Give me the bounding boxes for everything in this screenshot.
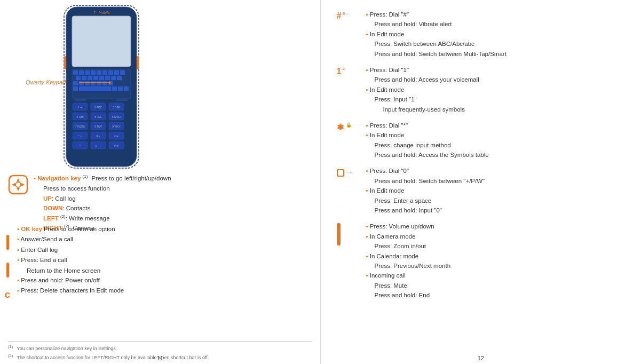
star-key-content: Press: Dial "*" In Edit mode Press: chan… [366, 121, 631, 160]
svg-text:# ⊕: # ⊕ [114, 134, 118, 138]
svg-text:9 WXY: 9 WXY [112, 125, 121, 128]
hash-key-list: Press: Dial "#" Press and hold: Vibrate … [366, 10, 631, 59]
svg-rect-57 [120, 70, 125, 75]
phone-illustration: T · Mobile [43, 3, 160, 173]
svg-marker-80 [17, 188, 20, 191]
one-sub-icons: ≋ [342, 67, 346, 72]
volume-section: Press: Volume up/down In Camera mode Pre… [337, 221, 631, 300]
zero-item-2: Press and hold: Switch between "+/P/W" [366, 176, 631, 186]
svg-rect-44 [64, 56, 66, 69]
hash-item-3: In Edit mode [366, 29, 631, 39]
end-call-icon [6, 263, 9, 278]
power-item: Press and hold: Power on/off [17, 275, 315, 285]
svg-marker-81 [12, 183, 15, 186]
page-right: # ⊕○ Press: Dial "#" Press and hold: Vib… [321, 0, 642, 364]
qwerty-arrow [79, 82, 111, 83]
hash-symbol: # [337, 11, 342, 21]
svg-marker-79 [17, 178, 20, 181]
return-home-item: Return to the Home screen [17, 266, 315, 275]
svg-rect-55 [108, 70, 113, 75]
one-item-3: In Edit mode [366, 85, 631, 94]
zero-item-1: Press: Dial "0" [366, 166, 631, 176]
star-item-4: Press and hold: Access the Symbols table [366, 150, 631, 160]
hash-sub-icons: ⊕○ [342, 11, 349, 16]
hash-item-5: Press and hold: Switch between Multi-Tap… [366, 49, 631, 59]
star-sub-icon: 🔒 [346, 122, 352, 128]
zero-symbol [337, 169, 344, 177]
zero-item-3: In Edit mode [366, 186, 631, 195]
page-number-right: 12 [478, 355, 484, 361]
star-item-2: In Edit mode [366, 130, 631, 140]
svg-text:# ⊕: # ⊕ [114, 144, 118, 147]
svg-rect-60 [88, 76, 92, 80]
nav-key-item-1: Press to access function [34, 184, 171, 193]
bottom-bullets-list: OK key Press to confirm an option Answer… [17, 224, 315, 296]
svg-rect-77 [124, 86, 129, 91]
one-symbol: 1 [337, 67, 342, 76]
nav-key-item-2: UP: Call log [34, 194, 171, 203]
zero-item-4: Press: Enter a space [366, 196, 631, 205]
svg-text:4 GHI: 4 GHI [76, 115, 83, 118]
svg-rect-59 [82, 76, 86, 80]
vol-item-1: Press: Volume up/down [366, 221, 631, 231]
one-key-icon: 1 ≋ [337, 65, 366, 76]
svg-text:* ⌂: * ⌂ [78, 134, 82, 138]
svg-marker-82 [21, 183, 25, 186]
svg-rect-56 [114, 70, 119, 75]
qwerty-keypad-label: Qwerty Keypad [26, 79, 66, 85]
nav-key-item-3: DOWN: Contacts [34, 203, 171, 213]
star-item-1: Press: Dial "*" [366, 121, 631, 130]
one-item-4: Press: Input "1" [366, 94, 631, 104]
volume-content: Press: Volume up/down In Camera mode Pre… [366, 221, 631, 300]
star-key-icon: ✱ 🔒 [337, 121, 366, 132]
volume-bar [337, 223, 341, 246]
volume-list: Press: Volume up/down In Camera mode Pre… [366, 221, 631, 300]
svg-rect-58 [76, 76, 81, 80]
ok-key-item: OK key Press to confirm an option [17, 224, 315, 234]
star-symbol: ✱ [337, 122, 344, 132]
svg-rect-52 [91, 70, 96, 75]
svg-text:1 ✦: 1 ✦ [78, 106, 82, 109]
zero-item-5: Press and hold: Input "0" [366, 205, 631, 215]
bottom-bullets-section: OK key Press to confirm an option Answer… [17, 224, 315, 296]
zero-key-list: Press: Dial "0" Press and hold: Switch b… [366, 166, 631, 215]
one-key-section: 1 ≋ Press: Dial "1" Press and hold: Acce… [337, 65, 631, 114]
svg-text:□ −+: □ −+ [96, 144, 101, 147]
svg-rect-66 [73, 81, 78, 85]
zero-key-content: Press: Dial "0" Press and hold: Switch b… [366, 166, 631, 215]
svg-text:*: * [80, 144, 81, 147]
nav-key-icon [8, 175, 28, 195]
press-end-item: Press: End a call [17, 255, 315, 265]
vol-item-3: Press: Zoom in/out [366, 241, 631, 251]
send-call-icon [6, 235, 9, 250]
svg-rect-45 [137, 56, 139, 69]
svg-rect-74 [73, 86, 78, 91]
vol-item-8: Press and hold: End [366, 290, 631, 300]
svg-rect-76 [118, 86, 123, 91]
zero-key-section: −+ Press: Dial "0" Press and hold: Switc… [337, 166, 631, 215]
one-key-content: Press: Dial "1" Press and hold: Access y… [366, 65, 631, 114]
svg-text:5 JKL: 5 JKL [95, 115, 102, 118]
footnote-1: (1) You can personalize navigation key i… [8, 344, 312, 353]
svg-text:2 ABC: 2 ABC [94, 106, 102, 109]
volume-icon [337, 221, 366, 246]
svg-rect-63 [105, 76, 110, 80]
svg-rect-65 [117, 76, 122, 80]
star-key-section: ✱ 🔒 Press: Dial "*" In Edit mode Press: … [337, 121, 631, 160]
svg-text:T · Mobile: T · Mobile [93, 11, 110, 14]
svg-text:7 PQRS: 7 PQRS [75, 125, 85, 128]
zero-key-icon: −+ [337, 166, 366, 177]
vol-item-6: Incoming call [366, 271, 631, 280]
one-item-1: Press: Dial "1" [366, 65, 631, 75]
one-item-5: Input frequently-used symbols [366, 105, 631, 114]
svg-rect-61 [93, 76, 98, 80]
svg-text:6 MNO: 6 MNO [112, 115, 121, 118]
zero-sub-icon: −+ [346, 169, 353, 175]
svg-rect-73 [79, 86, 111, 91]
vol-item-5: Press: Previous/Next month [366, 261, 631, 271]
svg-point-83 [15, 182, 21, 187]
nav-key-item-4: LEFT (2): Write message [34, 213, 171, 223]
svg-rect-2 [72, 16, 131, 67]
svg-rect-75 [112, 86, 117, 91]
svg-rect-62 [99, 76, 104, 80]
